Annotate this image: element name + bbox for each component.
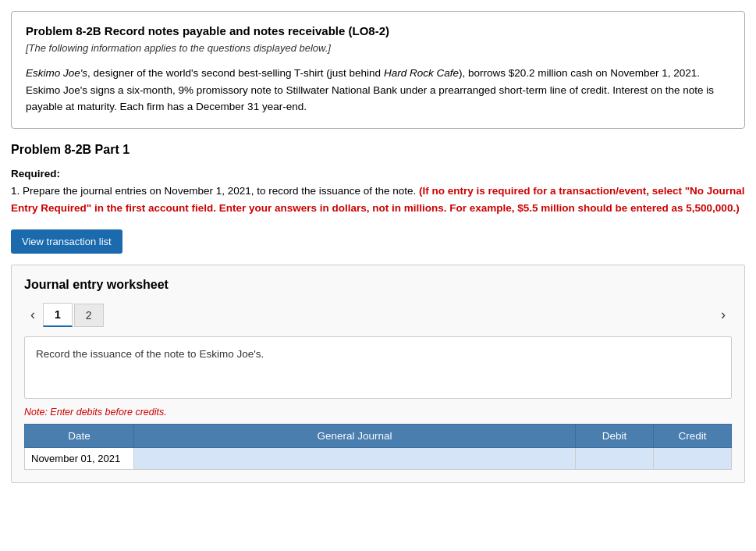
required-text: 1. Prepare the journal entries on Novemb… xyxy=(11,183,745,218)
credit-input[interactable] xyxy=(654,448,731,469)
required-label: Required: xyxy=(11,168,745,180)
table-row: November 01, 2021 xyxy=(25,448,732,470)
required-text-plain: 1. Prepare the journal entries on Novemb… xyxy=(11,185,416,197)
problem-body: Eskimo Joe's, designer of the world's se… xyxy=(26,65,730,116)
date-cell: November 01, 2021 xyxy=(25,448,134,470)
note-text: Record the issuance of the note to Eskim… xyxy=(36,348,264,360)
view-transaction-button[interactable]: View transaction list xyxy=(11,229,122,254)
general-journal-cell[interactable] xyxy=(134,448,576,470)
debit-cell[interactable] xyxy=(576,448,654,470)
th-date: Date xyxy=(25,425,134,448)
problem-subtitle: [The following information applies to th… xyxy=(26,42,730,54)
th-credit: Credit xyxy=(654,425,732,448)
journal-table: Date General Journal Debit Credit Novemb… xyxy=(24,424,732,470)
journal-worksheet-title: Journal entry worksheet xyxy=(24,278,732,292)
required-section: Required: 1. Prepare the journal entries… xyxy=(11,168,745,218)
next-arrow[interactable]: › xyxy=(715,304,732,326)
general-journal-input[interactable] xyxy=(134,448,575,469)
note-label: Note: Enter debits before credits. xyxy=(24,407,732,418)
note-box: Record the issuance of the note to Eskim… xyxy=(24,336,732,399)
debit-input[interactable] xyxy=(576,448,653,469)
th-general-journal: General Journal xyxy=(134,425,576,448)
prev-arrow[interactable]: ‹ xyxy=(24,304,41,326)
credit-cell[interactable] xyxy=(654,448,732,470)
th-debit: Debit xyxy=(576,425,654,448)
tab-2[interactable]: 2 xyxy=(74,304,104,327)
tab-navigation: ‹ 1 2 › xyxy=(24,303,732,327)
tab-1[interactable]: 1 xyxy=(43,303,73,327)
problem-title: Problem 8-2B Record notes payable and no… xyxy=(26,24,730,37)
journal-worksheet: Journal entry worksheet ‹ 1 2 › Record t… xyxy=(11,265,745,483)
section-title: Problem 8-2B Part 1 xyxy=(11,143,745,157)
problem-box: Problem 8-2B Record notes payable and no… xyxy=(11,11,745,129)
